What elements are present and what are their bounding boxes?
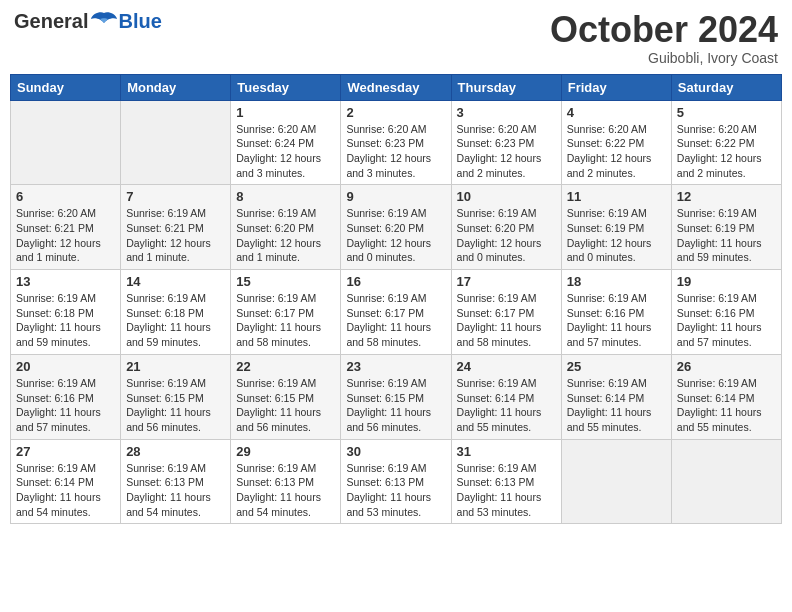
calendar-week-row: 27Sunrise: 6:19 AM Sunset: 6:14 PM Dayli… — [11, 439, 782, 524]
day-info: Sunrise: 6:19 AM Sunset: 6:17 PM Dayligh… — [236, 291, 335, 350]
page-header: General Blue October 2024 Guibobli, Ivor… — [10, 10, 782, 66]
day-number: 2 — [346, 105, 445, 120]
calendar-cell: 19Sunrise: 6:19 AM Sunset: 6:16 PM Dayli… — [671, 270, 781, 355]
day-number: 18 — [567, 274, 666, 289]
calendar-cell — [121, 100, 231, 185]
column-header-sunday: Sunday — [11, 74, 121, 100]
calendar-cell: 16Sunrise: 6:19 AM Sunset: 6:17 PM Dayli… — [341, 270, 451, 355]
calendar-cell — [561, 439, 671, 524]
calendar-week-row: 20Sunrise: 6:19 AM Sunset: 6:16 PM Dayli… — [11, 354, 782, 439]
calendar-cell: 23Sunrise: 6:19 AM Sunset: 6:15 PM Dayli… — [341, 354, 451, 439]
day-number: 25 — [567, 359, 666, 374]
column-header-thursday: Thursday — [451, 74, 561, 100]
calendar-cell — [671, 439, 781, 524]
day-info: Sunrise: 6:20 AM Sunset: 6:23 PM Dayligh… — [457, 122, 556, 181]
day-info: Sunrise: 6:20 AM Sunset: 6:24 PM Dayligh… — [236, 122, 335, 181]
calendar-week-row: 6Sunrise: 6:20 AM Sunset: 6:21 PM Daylig… — [11, 185, 782, 270]
month-title: October 2024 — [550, 10, 778, 50]
calendar-cell: 5Sunrise: 6:20 AM Sunset: 6:22 PM Daylig… — [671, 100, 781, 185]
day-number: 30 — [346, 444, 445, 459]
day-info: Sunrise: 6:19 AM Sunset: 6:16 PM Dayligh… — [567, 291, 666, 350]
day-number: 7 — [126, 189, 225, 204]
day-info: Sunrise: 6:19 AM Sunset: 6:21 PM Dayligh… — [126, 206, 225, 265]
day-number: 15 — [236, 274, 335, 289]
calendar-cell: 22Sunrise: 6:19 AM Sunset: 6:15 PM Dayli… — [231, 354, 341, 439]
day-info: Sunrise: 6:19 AM Sunset: 6:13 PM Dayligh… — [346, 461, 445, 520]
day-number: 24 — [457, 359, 556, 374]
day-number: 10 — [457, 189, 556, 204]
calendar-cell: 9Sunrise: 6:19 AM Sunset: 6:20 PM Daylig… — [341, 185, 451, 270]
day-number: 23 — [346, 359, 445, 374]
day-info: Sunrise: 6:19 AM Sunset: 6:20 PM Dayligh… — [346, 206, 445, 265]
calendar-cell: 20Sunrise: 6:19 AM Sunset: 6:16 PM Dayli… — [11, 354, 121, 439]
day-number: 12 — [677, 189, 776, 204]
day-number: 1 — [236, 105, 335, 120]
calendar-week-row: 1Sunrise: 6:20 AM Sunset: 6:24 PM Daylig… — [11, 100, 782, 185]
day-number: 9 — [346, 189, 445, 204]
day-info: Sunrise: 6:19 AM Sunset: 6:13 PM Dayligh… — [236, 461, 335, 520]
calendar-cell: 28Sunrise: 6:19 AM Sunset: 6:13 PM Dayli… — [121, 439, 231, 524]
day-info: Sunrise: 6:19 AM Sunset: 6:15 PM Dayligh… — [126, 376, 225, 435]
column-header-friday: Friday — [561, 74, 671, 100]
day-number: 20 — [16, 359, 115, 374]
day-number: 6 — [16, 189, 115, 204]
day-info: Sunrise: 6:20 AM Sunset: 6:22 PM Dayligh… — [567, 122, 666, 181]
day-info: Sunrise: 6:19 AM Sunset: 6:19 PM Dayligh… — [567, 206, 666, 265]
calendar-cell: 31Sunrise: 6:19 AM Sunset: 6:13 PM Dayli… — [451, 439, 561, 524]
day-info: Sunrise: 6:20 AM Sunset: 6:23 PM Dayligh… — [346, 122, 445, 181]
calendar-cell: 8Sunrise: 6:19 AM Sunset: 6:20 PM Daylig… — [231, 185, 341, 270]
calendar-cell: 18Sunrise: 6:19 AM Sunset: 6:16 PM Dayli… — [561, 270, 671, 355]
column-header-wednesday: Wednesday — [341, 74, 451, 100]
calendar-cell: 30Sunrise: 6:19 AM Sunset: 6:13 PM Dayli… — [341, 439, 451, 524]
calendar-cell: 15Sunrise: 6:19 AM Sunset: 6:17 PM Dayli… — [231, 270, 341, 355]
day-number: 4 — [567, 105, 666, 120]
column-header-tuesday: Tuesday — [231, 74, 341, 100]
day-info: Sunrise: 6:19 AM Sunset: 6:16 PM Dayligh… — [677, 291, 776, 350]
day-number: 26 — [677, 359, 776, 374]
day-number: 22 — [236, 359, 335, 374]
column-header-saturday: Saturday — [671, 74, 781, 100]
day-info: Sunrise: 6:19 AM Sunset: 6:14 PM Dayligh… — [457, 376, 556, 435]
logo: General Blue — [14, 10, 162, 33]
calendar-cell: 24Sunrise: 6:19 AM Sunset: 6:14 PM Dayli… — [451, 354, 561, 439]
calendar-cell: 26Sunrise: 6:19 AM Sunset: 6:14 PM Dayli… — [671, 354, 781, 439]
day-info: Sunrise: 6:19 AM Sunset: 6:18 PM Dayligh… — [16, 291, 115, 350]
logo-bird-icon — [90, 11, 118, 33]
day-number: 13 — [16, 274, 115, 289]
day-number: 27 — [16, 444, 115, 459]
day-number: 14 — [126, 274, 225, 289]
calendar-cell: 29Sunrise: 6:19 AM Sunset: 6:13 PM Dayli… — [231, 439, 341, 524]
day-info: Sunrise: 6:19 AM Sunset: 6:14 PM Dayligh… — [677, 376, 776, 435]
calendar-cell: 2Sunrise: 6:20 AM Sunset: 6:23 PM Daylig… — [341, 100, 451, 185]
day-info: Sunrise: 6:19 AM Sunset: 6:17 PM Dayligh… — [346, 291, 445, 350]
day-number: 31 — [457, 444, 556, 459]
day-info: Sunrise: 6:19 AM Sunset: 6:14 PM Dayligh… — [16, 461, 115, 520]
calendar-cell: 12Sunrise: 6:19 AM Sunset: 6:19 PM Dayli… — [671, 185, 781, 270]
logo-blue-text: Blue — [118, 10, 161, 33]
day-number: 19 — [677, 274, 776, 289]
day-number: 5 — [677, 105, 776, 120]
calendar-cell: 1Sunrise: 6:20 AM Sunset: 6:24 PM Daylig… — [231, 100, 341, 185]
title-section: October 2024 Guibobli, Ivory Coast — [550, 10, 778, 66]
logo-general-text: General — [14, 10, 88, 33]
calendar-table: SundayMondayTuesdayWednesdayThursdayFrid… — [10, 74, 782, 525]
day-info: Sunrise: 6:19 AM Sunset: 6:13 PM Dayligh… — [126, 461, 225, 520]
calendar-cell: 27Sunrise: 6:19 AM Sunset: 6:14 PM Dayli… — [11, 439, 121, 524]
day-number: 29 — [236, 444, 335, 459]
day-info: Sunrise: 6:19 AM Sunset: 6:13 PM Dayligh… — [457, 461, 556, 520]
calendar-week-row: 13Sunrise: 6:19 AM Sunset: 6:18 PM Dayli… — [11, 270, 782, 355]
day-info: Sunrise: 6:19 AM Sunset: 6:20 PM Dayligh… — [236, 206, 335, 265]
calendar-cell — [11, 100, 121, 185]
day-info: Sunrise: 6:19 AM Sunset: 6:15 PM Dayligh… — [346, 376, 445, 435]
day-info: Sunrise: 6:19 AM Sunset: 6:16 PM Dayligh… — [16, 376, 115, 435]
day-info: Sunrise: 6:19 AM Sunset: 6:14 PM Dayligh… — [567, 376, 666, 435]
calendar-cell: 3Sunrise: 6:20 AM Sunset: 6:23 PM Daylig… — [451, 100, 561, 185]
calendar-cell: 6Sunrise: 6:20 AM Sunset: 6:21 PM Daylig… — [11, 185, 121, 270]
location-subtitle: Guibobli, Ivory Coast — [550, 50, 778, 66]
day-info: Sunrise: 6:20 AM Sunset: 6:21 PM Dayligh… — [16, 206, 115, 265]
calendar-cell: 21Sunrise: 6:19 AM Sunset: 6:15 PM Dayli… — [121, 354, 231, 439]
calendar-cell: 7Sunrise: 6:19 AM Sunset: 6:21 PM Daylig… — [121, 185, 231, 270]
day-info: Sunrise: 6:19 AM Sunset: 6:15 PM Dayligh… — [236, 376, 335, 435]
day-info: Sunrise: 6:19 AM Sunset: 6:17 PM Dayligh… — [457, 291, 556, 350]
day-number: 17 — [457, 274, 556, 289]
